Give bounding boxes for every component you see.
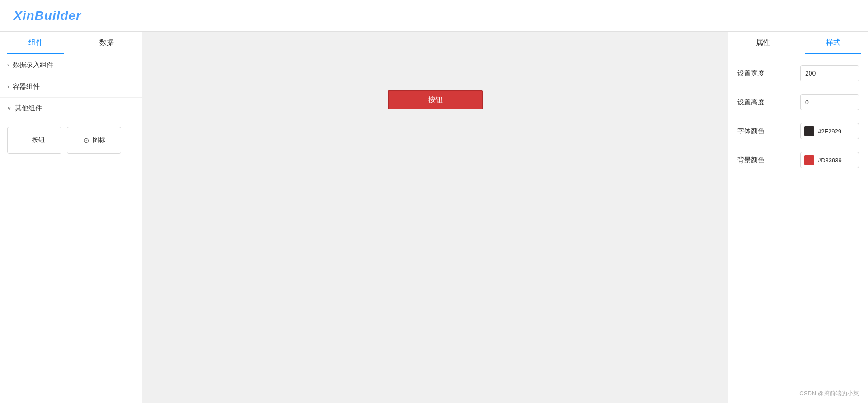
icon-icon: ⊙ bbox=[83, 136, 89, 145]
bg-color-label: 背景颜色 bbox=[737, 156, 764, 165]
font-color-row: 字体颜色 #2E2929 bbox=[737, 123, 859, 139]
sidebar-tabs: 组件 数据 bbox=[0, 32, 142, 54]
height-row: 设置高度 bbox=[737, 94, 859, 110]
font-color-picker[interactable]: #2E2929 bbox=[800, 123, 859, 139]
right-tabs: 属性 样式 bbox=[728, 32, 868, 54]
group-container[interactable]: › 容器组件 bbox=[0, 76, 142, 98]
chevron-down-icon: ∨ bbox=[7, 105, 11, 112]
width-label: 设置宽度 bbox=[737, 69, 764, 78]
component-button[interactable]: □ 按钮 bbox=[7, 127, 61, 154]
logo: XinBuilder bbox=[14, 9, 81, 23]
header: XinBuilder bbox=[0, 0, 868, 32]
group-data-input[interactable]: › 数据录入组件 bbox=[0, 54, 142, 76]
bg-color-picker[interactable]: #D33939 bbox=[800, 152, 859, 168]
tab-components[interactable]: 组件 bbox=[0, 32, 71, 54]
font-color-value: #2E2929 bbox=[818, 128, 841, 135]
canvas-button[interactable]: 按钮 bbox=[388, 90, 483, 109]
height-input[interactable] bbox=[800, 94, 859, 110]
chevron-icon: › bbox=[7, 62, 9, 68]
chevron-icon: › bbox=[7, 84, 9, 90]
button-icon: □ bbox=[24, 136, 28, 144]
main-layout: 组件 数据 › 数据录入组件 › 容器组件 ∨ 其他组件 bbox=[0, 32, 868, 403]
component-grid: □ 按钮 ⊙ 图标 bbox=[0, 119, 142, 161]
component-icon[interactable]: ⊙ 图标 bbox=[67, 127, 121, 154]
tab-data[interactable]: 数据 bbox=[71, 32, 142, 54]
sidebar-content: › 数据录入组件 › 容器组件 ∨ 其他组件 □ 按钮 ⊙ bbox=[0, 54, 142, 403]
right-panel: 属性 样式 设置宽度 设置高度 字体颜色 #2E2929 bbox=[728, 32, 868, 403]
canvas-area: 按钮 bbox=[142, 32, 728, 403]
width-row: 设置宽度 bbox=[737, 65, 859, 81]
bg-color-swatch bbox=[804, 155, 814, 165]
font-color-swatch bbox=[804, 126, 814, 136]
bg-color-value: #D33939 bbox=[818, 157, 842, 164]
font-color-label: 字体颜色 bbox=[737, 127, 764, 136]
right-content: 设置宽度 设置高度 字体颜色 #2E2929 背景颜色 bbox=[728, 54, 868, 179]
tab-style[interactable]: 样式 bbox=[798, 32, 868, 54]
bg-color-row: 背景颜色 #D33939 bbox=[737, 152, 859, 168]
width-input[interactable] bbox=[800, 65, 859, 81]
footer-watermark: CSDN @搞前端的小菜 bbox=[799, 389, 859, 398]
sidebar: 组件 数据 › 数据录入组件 › 容器组件 ∨ 其他组件 bbox=[0, 32, 142, 403]
height-label: 设置高度 bbox=[737, 98, 764, 107]
group-other[interactable]: ∨ 其他组件 bbox=[0, 98, 142, 119]
tab-properties[interactable]: 属性 bbox=[728, 32, 798, 54]
